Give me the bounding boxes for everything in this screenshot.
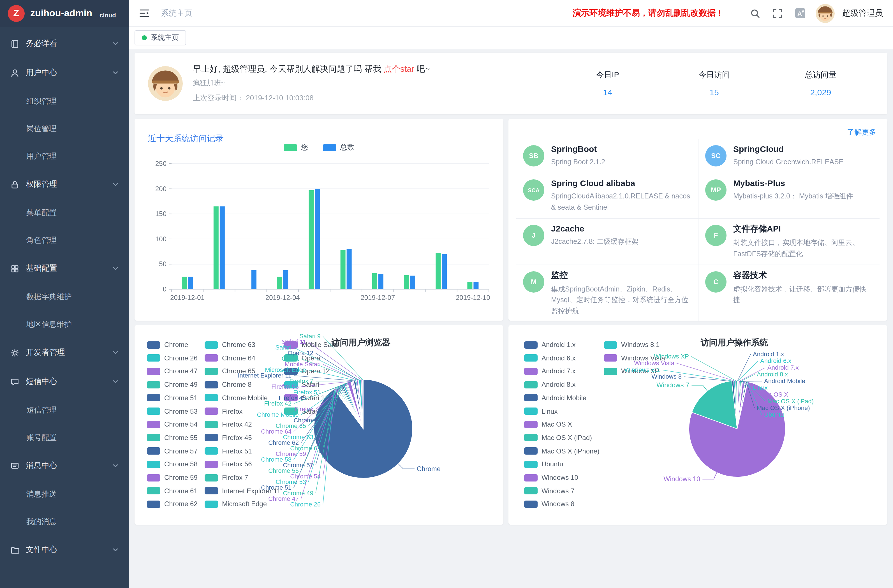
legend-item[interactable]: Safari 9 [284, 407, 325, 415]
legend-item[interactable]: Mac OS X [524, 420, 572, 428]
fullscreen-icon[interactable] [772, 8, 782, 18]
star-link[interactable]: 点个star [383, 64, 414, 74]
legend-item[interactable]: Firefox 42 [204, 420, 252, 428]
pie-slice [346, 383, 363, 429]
sidebar-subitem[interactable]: 账号配置 [0, 424, 129, 451]
tech-item: JJ2cacheJ2cache2.7.8: 二级缓存框架 [516, 219, 698, 265]
legend-item[interactable]: Microsoft Edge [204, 500, 267, 508]
legend-swatch [147, 381, 160, 388]
legend-item[interactable]: Chrome 58 [147, 460, 198, 468]
pie-slice [340, 385, 363, 429]
learn-more-link[interactable]: 了解更多 [847, 127, 876, 137]
tech-title: 容器技术 [733, 270, 873, 281]
legend-item[interactable]: Firefox 45 [204, 434, 252, 442]
pie-slice [737, 380, 738, 429]
pie-slice [363, 379, 363, 429]
legend-item[interactable]: Chrome 62 [147, 500, 198, 508]
pie-slice [335, 388, 363, 429]
breadcrumb[interactable]: 系统主页 [161, 8, 192, 18]
svg-text:50: 50 [159, 260, 167, 268]
sidebar-item-lock[interactable]: 权限管理 [0, 170, 129, 199]
legend-item[interactable]: Safari [284, 380, 319, 388]
legend-item[interactable]: Chrome 54 [147, 420, 198, 428]
sidebar-item-message[interactable]: 消息中心 [0, 451, 129, 480]
legend-swatch [204, 421, 218, 428]
legend-item[interactable]: Chrome 8 [204, 380, 251, 388]
legend-item[interactable]: Chrome 47 [147, 367, 198, 375]
sidebar-item-folder[interactable]: 文件中心 [0, 535, 129, 564]
legend-item[interactable]: Chrome 53 [147, 407, 198, 415]
menu-fold-icon[interactable] [139, 8, 150, 18]
legend-item[interactable]: Firefox [204, 407, 242, 415]
legend-item[interactable]: Windows Vista [604, 354, 665, 362]
legend-item[interactable]: Chrome 49 [147, 380, 198, 388]
sidebar-item-grid[interactable]: 基础配置 [0, 254, 129, 283]
sidebar-subitem[interactable]: 短信管理 [0, 396, 129, 424]
legend-item[interactable]: Windows 8 [524, 500, 574, 508]
font-size-icon[interactable]: AA [795, 8, 805, 18]
legend-item[interactable]: Android 1.x [524, 341, 576, 349]
svg-text:A: A [801, 9, 804, 14]
bar [347, 249, 352, 289]
legend-item[interactable]: Android Mobile [524, 394, 586, 402]
legend-item[interactable]: Chrome 55 [147, 434, 198, 442]
username[interactable]: 超级管理员 [842, 8, 883, 18]
svg-text:2019-12-01: 2019-12-01 [170, 294, 204, 301]
legend-item[interactable]: Windows XP [604, 367, 659, 375]
legend-item[interactable]: Firefox 56 [204, 460, 252, 468]
legend-item[interactable]: Chrome 57 [147, 447, 198, 455]
legend-item[interactable]: Chrome Mobile [204, 394, 268, 402]
pie-label: Chrome 47 [268, 495, 299, 502]
pie-slice [361, 379, 363, 429]
sidebar-item-user[interactable]: 用户中心 [0, 58, 129, 87]
legend-swatch [147, 354, 160, 362]
legend-item[interactable]: Opera 12 [284, 367, 329, 375]
legend-item[interactable]: Mac OS X (iPhone) [524, 447, 600, 455]
legend-item[interactable]: Android 8.x [524, 380, 576, 388]
pie-label: Chrome 49 [283, 490, 313, 497]
legend-item[interactable]: Linux [524, 407, 558, 415]
sidebar-subitem[interactable]: 角色管理 [0, 226, 129, 254]
sidebar-subitem[interactable]: 我的消息 [0, 508, 129, 535]
tech-text: SpringCloudSpring Cloud Greenwich.RELEAS… [733, 144, 843, 168]
tech-item: M监控集成SpringBootAdmin、Zipkin、Redis、Mysql、… [516, 265, 698, 322]
legend-item[interactable]: Chrome 26 [147, 354, 198, 362]
sidebar-subitem[interactable]: 消息推送 [0, 480, 129, 508]
user-avatar-slot[interactable] [815, 4, 834, 23]
tab-home[interactable]: 系统主页 [135, 30, 186, 45]
sidebar-subitem[interactable]: 组织管理 [0, 87, 129, 115]
sidebar-item-sms[interactable]: 短信中心 [0, 367, 129, 396]
sidebar-item-book[interactable]: 务必详看 [0, 29, 129, 58]
legend-item[interactable]: Safari 11 [284, 394, 328, 402]
legend-item[interactable]: Chrome 61 [147, 487, 198, 495]
legend-item[interactable]: Firefox 51 [204, 447, 252, 455]
legend-item[interactable]: Internet Explorer 11 [204, 487, 281, 495]
legend-item[interactable]: Opera [284, 354, 320, 362]
legend-item[interactable]: Windows 7 [524, 487, 574, 495]
legend-item[interactable]: Windows 10 [524, 474, 578, 481]
pie-label: Chrome 61 [290, 445, 321, 452]
legend-item[interactable]: Firefox 7 [204, 474, 248, 481]
tab-active-dot [142, 35, 147, 41]
sidebar-item-gear[interactable]: 开发者管理 [0, 338, 129, 367]
sidebar-subitem[interactable]: 地区信息维护 [0, 311, 129, 338]
legend-item[interactable]: Chrome [147, 341, 188, 349]
sidebar-subitem[interactable]: 用户管理 [0, 142, 129, 170]
legend-item[interactable]: Chrome 65 [204, 367, 256, 375]
sidebar-subitem[interactable]: 岗位管理 [0, 115, 129, 142]
legend-item[interactable]: 您 [283, 142, 308, 152]
tech-text: SpringBootSpring Boot 2.1.2 [551, 144, 605, 168]
legend-item[interactable]: Android 6.x [524, 354, 576, 362]
legend-item[interactable]: Chrome 64 [204, 354, 256, 362]
sidebar-subitem[interactable]: 数据字典维护 [0, 283, 129, 311]
legend-item[interactable]: Chrome 51 [147, 394, 198, 402]
legend-item[interactable]: 总数 [323, 142, 355, 152]
app-logo[interactable]: Z zuihou-admin cloud [0, 0, 129, 27]
sidebar-subitem[interactable]: 菜单配置 [0, 199, 129, 226]
search-icon[interactable] [750, 8, 760, 18]
tech-stack-card: 了解更多 SBSpringBootSpring Boot 2.1.2SCSpri… [508, 119, 887, 320]
legend-item[interactable]: Mac OS X (iPad) [524, 434, 592, 442]
legend-item[interactable]: Chrome 59 [147, 474, 198, 481]
legend-item[interactable]: Ubuntu [524, 460, 563, 468]
legend-item[interactable]: Android 7.x [524, 367, 576, 375]
